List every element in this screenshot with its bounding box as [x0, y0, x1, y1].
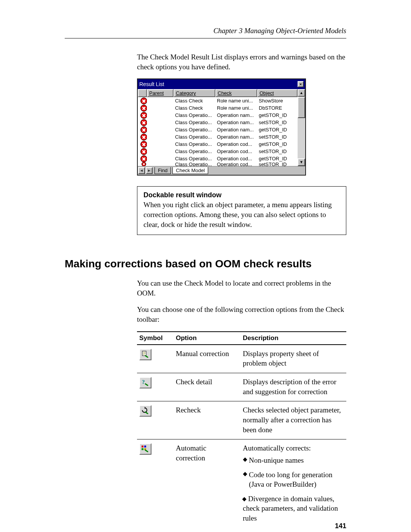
- scroll-thumb[interactable]: [298, 97, 305, 118]
- th-option: Option: [174, 332, 241, 345]
- note-box: Dockable result window When you right cl…: [137, 186, 346, 235]
- error-icon: [140, 105, 147, 112]
- error-icon: [140, 126, 147, 133]
- automatic-correction-icon: [139, 443, 151, 455]
- opt-recheck: Recheck: [174, 401, 241, 439]
- grid-header: Parent Category Check Object: [138, 89, 298, 97]
- table-row: Manual correction Displays property shee…: [137, 345, 346, 373]
- result-list-titlebar[interactable]: Result List ×: [138, 79, 305, 89]
- opt-manual: Manual correction: [174, 345, 241, 373]
- para-3: You can choose one of the following corr…: [137, 305, 346, 324]
- intro-paragraph: The Check Model Result List displays err…: [137, 52, 346, 72]
- error-icon: [140, 97, 147, 104]
- tab-check-model[interactable]: Check Model: [172, 167, 208, 174]
- para-2: You can use the Check Model to locate an…: [137, 278, 346, 298]
- page-number: 141: [335, 522, 346, 530]
- svg-rect-4: [142, 448, 143, 450]
- table-row[interactable]: Class Operatio...Operation cod...getSTOR…: [138, 155, 298, 162]
- bullet-2: Code too long for generation (Java or Po…: [249, 470, 342, 489]
- bullet-1: Non-unique names: [249, 455, 342, 465]
- table-row: ? Check detail Displays description of t…: [137, 373, 346, 401]
- table-row[interactable]: Class Operatio...Operation nam...setSTOR…: [138, 133, 298, 141]
- manual-correction-icon: [139, 349, 151, 360]
- table-row: Recheck Checks selected object parameter…: [137, 401, 346, 439]
- table-row: Automatic correction Automatically corre…: [137, 439, 346, 528]
- th-symbol: Symbol: [137, 332, 174, 345]
- tabs-row: ◄ ► Find Check Model: [138, 166, 305, 175]
- error-icon: [142, 162, 146, 166]
- tab-find[interactable]: Find: [155, 167, 171, 174]
- table-row[interactable]: Class Operatio...Operation cod...setSTOR…: [138, 148, 298, 155]
- th-description: Description: [241, 332, 346, 345]
- header-icon-col[interactable]: [138, 89, 147, 97]
- error-icon: [140, 141, 147, 148]
- error-icon: [140, 119, 147, 126]
- table-row[interactable]: Class Operatio...Operation nam...setSTOR…: [138, 119, 298, 126]
- desc-manual: Displays property sheet of problem objec…: [241, 345, 346, 373]
- recheck-icon: [139, 405, 151, 417]
- scrollbar[interactable]: ▲ ▼: [298, 89, 305, 166]
- bullet-3: [243, 495, 248, 503]
- svg-rect-3: [144, 446, 146, 447]
- error-icon: [140, 112, 147, 119]
- table-row[interactable]: Class Operatio...Operation cod...getSTOR…: [138, 141, 298, 148]
- tab-nav-next-icon[interactable]: ►: [146, 167, 153, 174]
- error-icon: [140, 134, 147, 141]
- close-icon[interactable]: ×: [298, 81, 304, 87]
- table-row[interactable]: Class CheckRole name uni...DbSTORE: [138, 104, 298, 112]
- scroll-down-icon[interactable]: ▼: [298, 158, 305, 166]
- table-row[interactable]: Class Operatio...Operation nam...getSTOR…: [138, 126, 298, 133]
- table-row[interactable]: Class CheckRole name uni...ShowStore: [138, 97, 298, 104]
- grid-body: Class CheckRole name uni...ShowStoreClas…: [138, 97, 298, 166]
- tab-nav-prev-icon[interactable]: ◄: [138, 167, 145, 174]
- desc-recheck: Checks selected object parameter, normal…: [241, 401, 346, 439]
- section-heading: Making corrections based on OOM check re…: [65, 258, 346, 270]
- error-icon: [140, 148, 147, 155]
- scroll-up-icon[interactable]: ▲: [298, 89, 305, 97]
- header-parent[interactable]: Parent: [147, 89, 174, 97]
- header-object[interactable]: Object: [257, 89, 298, 97]
- result-grid[interactable]: Parent Category Check Object Class Check…: [138, 89, 298, 166]
- options-table: Symbol Option Description Manual correct…: [137, 331, 346, 528]
- opt-auto: Automatic correction: [174, 439, 241, 528]
- note-title: Dockable result window: [143, 191, 340, 199]
- table-row[interactable]: Class Operatio...Operation cod...setSTOR…: [138, 162, 298, 166]
- error-icon: [140, 155, 147, 162]
- svg-rect-2: [142, 446, 143, 447]
- table-row[interactable]: Class Operatio...Operation nam...getSTOR…: [138, 112, 298, 119]
- header-category[interactable]: Category: [174, 89, 215, 97]
- desc-detail: Displays description of the error and su…: [241, 373, 346, 401]
- running-head: Chapter 3 Managing Object-Oriented Model…: [65, 27, 346, 38]
- svg-text:?: ?: [142, 379, 145, 385]
- header-check[interactable]: Check: [215, 89, 257, 97]
- result-list-title: Result List: [139, 81, 164, 87]
- check-detail-icon: ?: [139, 377, 151, 388]
- note-body: When you right click an object parameter…: [143, 200, 340, 229]
- opt-detail: Check detail: [174, 373, 241, 401]
- result-list-window: Result List × Parent Category Check Obje…: [137, 78, 306, 176]
- desc-auto: Automatically corrects: Non-unique names…: [241, 439, 346, 528]
